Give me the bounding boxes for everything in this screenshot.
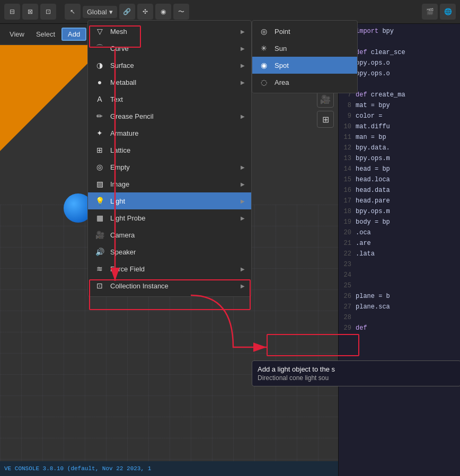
line-code: bpy.ops.m [356,206,390,217]
code-line: 21 .are [339,238,460,249]
line-code: body = bp [356,217,390,227]
line-number: 21 [339,238,356,249]
menu-item-label: Image [110,180,235,188]
surface-icon: ◑ [94,60,105,70]
menu-item-lattice[interactable]: ⊞Lattice [88,142,251,158]
menu-item-mesh[interactable]: ▽Mesh▶ [88,23,251,40]
menu-item-grease-pencil[interactable]: ✏Grease Pencil▶ [88,108,251,125]
line-code: bpy.ops.o [356,68,390,79]
menu-item-surface[interactable]: ◑Surface▶ [88,57,251,74]
global-dropdown[interactable]: Global ▾ [83,6,117,18]
line-number: 12 [339,143,356,153]
line-number: 8 [339,100,356,111]
light-submenu-label: Spot [275,61,289,69]
menu-item-metaball[interactable]: ●Metaball▶ [88,74,251,91]
armature-icon: ✦ [94,128,105,138]
submenu-arrow-icon: ▶ [241,63,245,68]
toolbar-right: 🎬 🌐 [422,4,460,20]
line-number: 28 [339,312,356,323]
line-code: def clear_sce [356,47,405,58]
menu-item-armature[interactable]: ✦Armature [88,125,251,142]
line-number: 25 [339,280,356,291]
icon-btn-2[interactable]: ⊠ [22,4,38,20]
grease-pencil-icon: ✏ [94,111,105,121]
light-submenu-item-point[interactable]: ◎Point [252,23,357,40]
empty-icon: ◎ [94,162,105,172]
code-line: 9 color = [339,111,460,121]
line-code: bpy.ops.m [356,153,390,164]
line-number: 20 [339,227,356,238]
line-number: 10 [339,121,356,132]
viewport-icon-btn[interactable]: 🌐 [440,4,456,20]
snap-icon-btn[interactable]: ✣ [137,4,153,20]
line-code: bpy.ops.o [356,58,390,68]
menu-item-text[interactable]: AText [88,91,251,108]
menu-item-label: Collection Instance [110,282,235,290]
menu-item-label: Speaker [110,248,245,256]
line-number: 19 [339,217,356,227]
icon-btn-3[interactable]: ⊡ [40,4,56,20]
code-line: 23 [339,259,460,270]
cursor-icon: ↖ [65,4,81,20]
menu-item-label: Lattice [110,146,245,154]
code-line: 8 mat = bpy [339,100,460,111]
menu-item-label: Text [110,95,245,103]
light-submenu-label: Sun [275,45,287,52]
submenu-arrow-icon: ▶ [241,80,245,85]
vt-view-btn[interactable]: View [4,29,30,40]
menu-item-label: Light Probe [110,214,235,222]
link-icon-btn[interactable]: 🔗 [119,4,135,20]
menu-item-label: Mesh [110,28,235,36]
console-bar: VE CONSOLE 3.8.10 (default, Nov 22 2023,… [0,461,338,476]
code-line: 17 head.pare [339,196,460,206]
menu-item-speaker[interactable]: 🔊Speaker [88,243,251,260]
menu-item-empty[interactable]: ◎Empty▶ [88,158,251,175]
light-submenu-item-sun[interactable]: ✳Sun [252,40,357,57]
line-number: 26 [339,291,356,302]
code-line: 11 man = bp [339,132,460,143]
line-code: head.loca [356,174,390,185]
code-line: 22 .lata [339,249,460,259]
code-line: 25 [339,280,460,291]
submenu-arrow-icon: ▶ [241,283,245,289]
line-number: 24 [339,270,356,280]
grid-side-icon[interactable]: ⊞ [317,111,334,128]
curve-icon-btn[interactable]: 〜 [173,4,189,20]
menu-item-collection-instance[interactable]: ⊡Collection Instance▶ [88,277,251,294]
mesh-icon: ▽ [94,26,105,37]
toolbar-left: ⊟ ⊠ ⊡ ↖ Global ▾ 🔗 ✣ ◉ 〜 [0,4,193,20]
menu-item-image[interactable]: ▨Image▶ [88,175,251,192]
line-number: 14 [339,164,356,174]
global-label: Global [87,8,107,16]
render-icon-btn[interactable]: 🎬 [422,4,438,20]
speaker-icon: 🔊 [94,246,105,257]
icon-btn-1[interactable]: ⊟ [4,4,20,20]
line-number: 27 [339,302,356,312]
code-line: 27 plane.sca [339,302,460,312]
submenu-arrow-icon: ▶ [241,198,245,204]
tooltip-box: Add a light object to the s Directional … [252,360,460,386]
code-line: 10 mat.diffu [339,121,460,132]
area-light-icon: ◌ [259,77,269,87]
line-number: 16 [339,185,356,196]
code-line: 28 [339,312,460,323]
menu-item-label: Camera [110,231,245,239]
collection-instance-icon: ⊡ [94,280,105,291]
menu-item-label: Grease Pencil [110,112,235,120]
submenu-arrow-icon: ▶ [241,181,245,187]
proportional-icon-btn[interactable]: ◉ [155,4,171,20]
menu-item-force-field[interactable]: ≋Force Field▶ [88,260,251,277]
light-submenu-item-area[interactable]: ◌Area [252,74,357,91]
line-code: bpy.data. [356,143,390,153]
light-probe-icon: ▦ [94,213,105,223]
vt-select-btn[interactable]: Select [31,29,60,40]
menu-item-light[interactable]: 💡Light▶ [88,192,251,209]
camera-icon: 🎥 [94,230,105,240]
menu-item-curve[interactable]: ⌒Curve▶ [88,40,251,57]
menu-item-light-probe[interactable]: ▦Light Probe▶ [88,209,251,226]
vt-add-btn[interactable]: Add [61,28,86,41]
menu-item-camera[interactable]: 🎥Camera [88,226,251,243]
light-submenu-item-spot[interactable]: ◉Spot [252,57,357,74]
light-icon: 💡 [94,196,105,206]
code-line: 24 [339,270,460,280]
